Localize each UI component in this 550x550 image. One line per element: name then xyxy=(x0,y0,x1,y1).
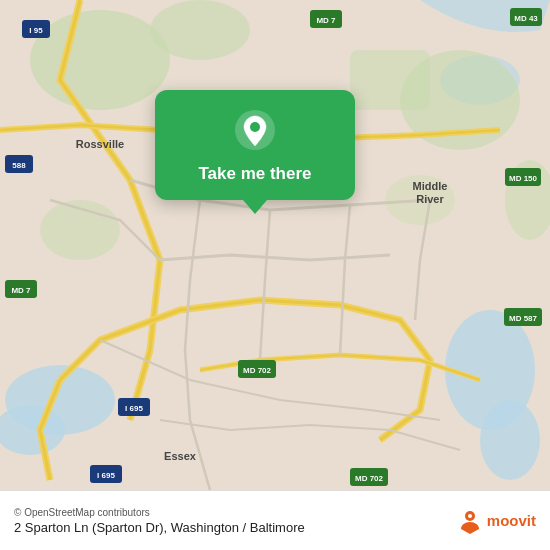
moovit-logo-icon xyxy=(457,508,483,534)
svg-text:MD 702: MD 702 xyxy=(355,474,384,483)
svg-text:MD 7: MD 7 xyxy=(316,16,336,25)
svg-text:I 95: I 95 xyxy=(29,26,43,35)
svg-text:I 695: I 695 xyxy=(97,471,115,480)
svg-text:Middle: Middle xyxy=(413,180,448,192)
svg-text:Essex: Essex xyxy=(164,450,197,462)
svg-point-42 xyxy=(468,514,472,518)
svg-text:MD 150: MD 150 xyxy=(509,174,538,183)
svg-point-6 xyxy=(30,10,170,110)
svg-text:MD 43: MD 43 xyxy=(514,14,538,23)
svg-point-40 xyxy=(250,122,260,132)
svg-point-4 xyxy=(480,400,540,480)
svg-rect-10 xyxy=(350,50,430,110)
svg-point-7 xyxy=(150,0,250,60)
moovit-brand-text: moovit xyxy=(487,512,536,529)
address-text: 2 Sparton Ln (Sparton Dr), Washington / … xyxy=(14,520,305,535)
svg-text:River: River xyxy=(416,193,444,205)
map-container: I 95 588 MD 7 MD 43 MD 150 MD 7 I 695 I … xyxy=(0,0,550,490)
svg-text:588: 588 xyxy=(12,161,26,170)
take-me-there-popup[interactable]: Take me there xyxy=(155,90,355,200)
svg-text:I 695: I 695 xyxy=(125,404,143,413)
footer-info: © OpenStreetMap contributors 2 Sparton L… xyxy=(14,507,305,535)
svg-text:Rossville: Rossville xyxy=(76,138,124,150)
svg-text:MD 587: MD 587 xyxy=(509,314,538,323)
map-svg: I 95 588 MD 7 MD 43 MD 150 MD 7 I 695 I … xyxy=(0,0,550,490)
svg-text:MD 7: MD 7 xyxy=(11,286,31,295)
svg-text:MD 702: MD 702 xyxy=(243,366,272,375)
popup-label: Take me there xyxy=(198,164,311,184)
copyright-text: © OpenStreetMap contributors xyxy=(14,507,305,518)
moovit-logo[interactable]: moovit xyxy=(457,508,536,534)
location-pin-icon xyxy=(233,108,277,152)
footer-bar: © OpenStreetMap contributors 2 Sparton L… xyxy=(0,490,550,550)
